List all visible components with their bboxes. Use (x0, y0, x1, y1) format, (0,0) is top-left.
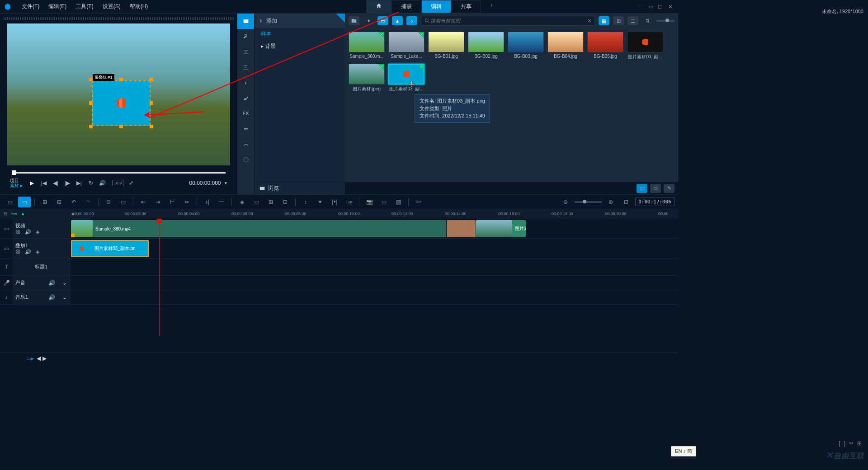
play-mode-project[interactable]: 项目 (10, 178, 23, 183)
sound-track-body[interactable] (70, 276, 678, 290)
tl-subtitle-button[interactable]: ▭ (250, 197, 263, 207)
video-clip-3[interactable]: 图片素 (476, 220, 526, 237)
timeline-timecode[interactable]: 0:00:17:006 (635, 197, 675, 206)
track-mute-button[interactable]: 🔊 (48, 294, 55, 301)
sort-button[interactable]: ⇅ (642, 16, 653, 25)
filter-video-button[interactable]: ▭ (377, 16, 388, 25)
tl-undo-button[interactable]: ↶ (67, 197, 80, 207)
tl-mixer-button[interactable]: ♪| (201, 197, 213, 207)
thumb-item[interactable]: BG-B04.jpg (547, 32, 584, 60)
tl-lens-button[interactable]: 📷 (363, 197, 376, 207)
rail-audio-button[interactable] (237, 29, 254, 44)
strip-btn-2[interactable]: ▭ (650, 184, 661, 193)
tab-capture[interactable]: 捕获 (392, 0, 421, 13)
search-input[interactable] (430, 18, 587, 24)
close-button[interactable]: ✕ (668, 4, 675, 10)
track-lock-button[interactable]: ◈ (36, 249, 39, 255)
tl-chapter-button[interactable]: ◈ (236, 197, 248, 207)
preview-area[interactable]: 覆叠轨 #1 (7, 24, 230, 165)
rail-title-button[interactable]: A (237, 60, 254, 75)
tab-edit[interactable]: 编辑 (421, 0, 451, 13)
track-mute-button[interactable]: 🔊 (25, 229, 31, 235)
loop-button[interactable]: ↻ (87, 179, 95, 187)
tl-slip-button[interactable]: ⇔ (180, 197, 193, 207)
settings-gear-button[interactable]: ✦ (363, 16, 374, 25)
tl-smart-button[interactable]: ✦ (314, 197, 326, 207)
tl-split-button[interactable]: ⊢ (166, 197, 179, 207)
restore-button[interactable]: ▭ (648, 4, 655, 10)
rail-media-button[interactable] (237, 14, 254, 29)
add-track-up-button[interactable]: ▲ (21, 212, 25, 216)
play-mode-clip[interactable]: 素材 ▸ (10, 183, 23, 188)
resize-handle-n[interactable] (119, 78, 123, 81)
music-track-body[interactable] (70, 290, 678, 304)
tl-pan-button[interactable]: ↕ (299, 197, 312, 207)
thumb-size-slider[interactable] (656, 20, 675, 22)
rail-fx-button[interactable]: FX (237, 106, 254, 121)
rail-transition-button[interactable] (237, 44, 254, 60)
tl-multi-button[interactable]: ⊞ (264, 197, 277, 207)
rail-motion-button[interactable] (237, 121, 254, 136)
filter-photo-button[interactable]: ▲ (392, 16, 403, 25)
zoom-fit-button[interactable]: ⊡ (620, 197, 632, 207)
tl-3d-button[interactable]: ⊡ (279, 197, 292, 207)
tree-sample[interactable]: 样本 (255, 28, 345, 40)
view-large-button[interactable]: ▦ (599, 16, 609, 25)
tab-home[interactable] (366, 0, 392, 13)
play-button[interactable]: ▶ (28, 179, 36, 187)
resize-handle-w[interactable] (89, 101, 93, 105)
go-end-button[interactable]: ▶| (75, 179, 83, 187)
volume-button[interactable]: 🔊 (99, 179, 107, 187)
tl-ducking-button[interactable]: 〰 (215, 197, 228, 207)
tl-mask-button[interactable]: ▭ (377, 197, 390, 207)
thumb-item[interactable]: 图片素材03_副... (388, 64, 425, 92)
rail-graphics-button[interactable] (237, 90, 254, 106)
go-start-button[interactable]: |◀ (40, 179, 48, 187)
tree-background[interactable]: ▸ 背景 (255, 40, 345, 52)
tl-marker-button[interactable]: ▭ (117, 197, 129, 207)
thumb-item[interactable]: BG-B02.jpg (468, 32, 504, 60)
thumb-item[interactable]: BG-B05.jpg (587, 32, 623, 60)
seekbar[interactable] (12, 172, 226, 174)
add-track-button[interactable]: +▭ (11, 212, 17, 216)
resize-handle-sw[interactable] (89, 125, 93, 128)
panel-grip[interactable] (4, 17, 234, 20)
tl-storyboard-button[interactable]: ▭ (4, 197, 16, 207)
tl-t3d-button[interactable]: T₃ᴅ (343, 197, 355, 207)
clear-search-button[interactable]: ✕ (587, 18, 592, 24)
expand-button[interactable]: ⤢ (127, 179, 135, 187)
overlay-track-body[interactable]: 图片素材03_副本.pn (70, 239, 678, 258)
add-media-button[interactable]: + 添加 (255, 14, 345, 28)
thumb-item[interactable]: BG-B01.jpg (428, 32, 464, 60)
next-frame-button[interactable]: |▶ (63, 179, 71, 187)
timeline-ruler[interactable]: ⊟ +▭ ▲ ◆0:00:00:00 00:00:02:00 00:00:04:… (0, 209, 678, 219)
resize-handle-nw[interactable] (89, 78, 93, 81)
rail-text-button[interactable]: T (237, 75, 254, 90)
overlay-clip-1[interactable]: 图片素材03_副本.pn (71, 240, 149, 257)
resize-handle-se[interactable] (150, 125, 153, 128)
rail-path-button[interactable] (237, 136, 254, 152)
track-link-button[interactable]: ⛓ (15, 229, 20, 235)
tl-trim-in-button[interactable]: ⇤ (137, 197, 150, 207)
upload-icon[interactable]: ↑ (481, 0, 502, 13)
thumb-item[interactable]: BG-B03.jpg (508, 32, 544, 60)
tl-ungroup-button[interactable]: ⊟ (53, 197, 66, 207)
tl-group-button[interactable]: ⊞ (38, 197, 51, 207)
tl-timeline-button[interactable]: ▭ (18, 197, 31, 207)
video-clip-2[interactable] (447, 220, 476, 237)
prev-frame-button[interactable]: ◀| (52, 179, 60, 187)
menu-help[interactable]: 帮助(H) (125, 3, 153, 10)
browse-button[interactable]: 浏览 (255, 182, 345, 194)
thumb-item[interactable]: 图片素材03_副... (627, 32, 663, 60)
video-clip-1[interactable]: Sample_360.mp4 (71, 220, 446, 237)
tl-chroma-button[interactable]: ▨ (392, 197, 405, 207)
overlay-clip-preview[interactable]: 覆叠轨 #1 (92, 80, 151, 126)
menu-file[interactable]: 文件(F) (17, 3, 44, 10)
zoom-in-button[interactable]: ⊕ (604, 197, 617, 207)
tl-record-button[interactable]: ⊙ (102, 197, 115, 207)
minimize-button[interactable]: — (638, 4, 645, 10)
zoom-out-button[interactable]: ⊖ (559, 197, 572, 207)
menu-settings[interactable]: 设置(S) (98, 3, 125, 10)
seekbar-handle[interactable] (12, 170, 16, 175)
zoom-slider[interactable] (575, 201, 602, 203)
